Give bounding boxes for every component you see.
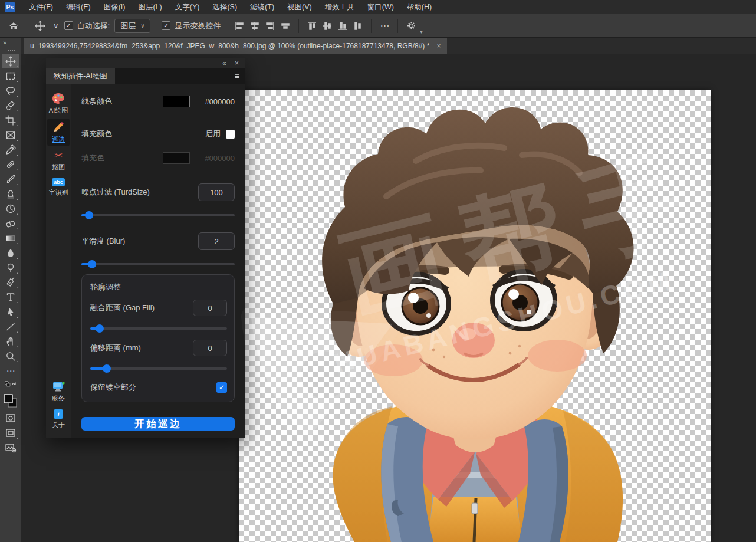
- auto-select-dropdown[interactable]: 图层 ∨: [114, 19, 150, 33]
- menu-image[interactable]: 图像(I): [97, 2, 132, 12]
- enable-label: 启用: [205, 129, 221, 139]
- nav-ocr[interactable]: abc 字识别: [47, 175, 70, 199]
- move-tool-icon[interactable]: [32, 18, 48, 34]
- nav-service[interactable]: 服务: [47, 379, 70, 405]
- workspace-gear-icon[interactable]: [403, 18, 419, 34]
- nav-ai-draw-label: AI绘图: [49, 106, 68, 115]
- tool-eraser[interactable]: [2, 216, 19, 231]
- panel-tab-bar: 秋知插件-AI绘图 ≡: [46, 68, 245, 84]
- show-transform-label: 显示变换控件: [175, 21, 221, 31]
- menu-select[interactable]: 选择(S): [206, 2, 244, 12]
- menu-edit[interactable]: 编辑(E): [60, 2, 97, 12]
- align-left-icon[interactable]: [232, 18, 247, 34]
- tool-blur[interactable]: [2, 245, 19, 260]
- auto-select-checkbox[interactable]: ✓: [64, 21, 73, 30]
- fill-enable-checkbox[interactable]: [226, 130, 235, 139]
- tool-line[interactable]: [2, 319, 19, 334]
- canvas[interactable]: [239, 90, 711, 542]
- menu-file[interactable]: 文件(F): [22, 2, 60, 12]
- nav-cutout[interactable]: ✂ 抠图: [47, 147, 70, 174]
- gap-fill-slider[interactable]: [90, 324, 227, 333]
- expand-toolbar-icon[interactable]: »: [0, 38, 9, 46]
- nav-about[interactable]: i 关于: [47, 406, 70, 432]
- offset-input[interactable]: [193, 340, 227, 356]
- gear-caret: ▾: [420, 29, 422, 37]
- turdsize-slider[interactable]: [81, 211, 235, 213]
- document-close-icon[interactable]: ×: [436, 42, 441, 50]
- tool-rectangular-marquee[interactable]: [2, 68, 19, 83]
- align-top-icon[interactable]: [304, 18, 320, 34]
- tool-zoom[interactable]: [2, 349, 19, 363]
- nav-service-label: 服务: [52, 394, 65, 403]
- quick-mask-icon[interactable]: [2, 410, 19, 425]
- tool-spot-healing[interactable]: [2, 157, 19, 172]
- tool-frame[interactable]: [2, 127, 19, 142]
- gap-fill-slider-thumb[interactable]: [96, 324, 104, 333]
- tool-history-brush[interactable]: [2, 201, 19, 216]
- turdsize-label: 噪点过滤 (TurdSize): [81, 187, 198, 198]
- blur-input[interactable]: [198, 232, 235, 250]
- tool-move[interactable]: [2, 54, 19, 68]
- tool-clone-stamp[interactable]: [2, 186, 19, 201]
- nav-about-label: 关于: [52, 421, 65, 429]
- blur-slider[interactable]: [81, 260, 235, 262]
- plugins-panel-icon[interactable]: [2, 440, 19, 455]
- menu-help[interactable]: 帮助(H): [400, 2, 438, 12]
- monitor-icon: [52, 382, 65, 392]
- document-tab[interactable]: u=1993499246,754298834&fm=253&app=120&f=…: [24, 38, 447, 54]
- fill-color-row: 填充色 #000000: [81, 152, 235, 164]
- tool-crop[interactable]: [2, 113, 19, 127]
- more-options-icon[interactable]: ⋯: [377, 18, 392, 34]
- tool-dodge[interactable]: [2, 260, 19, 275]
- line-color-swatch[interactable]: [163, 96, 190, 107]
- tool-path-select[interactable]: [2, 304, 19, 319]
- align-bottom-icon[interactable]: [335, 18, 350, 34]
- tools-panel: » ⋯: [0, 38, 21, 542]
- align-right-icon[interactable]: [262, 18, 278, 34]
- menu-window[interactable]: 窗口(W): [361, 2, 400, 12]
- plugin-panel: « × 秋知插件-AI绘图 ≡ AI绘图 巡边 ✂ 抠图 abc 字识别: [46, 58, 245, 438]
- screen-mode-icon[interactable]: [2, 425, 19, 440]
- menu-plugins[interactable]: 增效工具: [318, 2, 361, 12]
- panel-controls: « ×: [46, 58, 245, 68]
- align-middle-v-icon[interactable]: [320, 18, 335, 34]
- menu-type[interactable]: 文字(Y): [169, 2, 206, 12]
- gap-fill-input[interactable]: [193, 300, 227, 316]
- plugin-tab[interactable]: 秋知插件-AI绘图: [46, 68, 115, 84]
- tool-more[interactable]: ⋯: [2, 363, 19, 378]
- show-transform-checkbox[interactable]: ✓: [162, 21, 170, 30]
- offset-slider-thumb[interactable]: [103, 364, 111, 373]
- foreground-background-swatches[interactable]: [2, 393, 19, 410]
- menu-filter[interactable]: 滤镜(T): [244, 2, 281, 12]
- align-center-h-icon[interactable]: [247, 18, 262, 34]
- tool-gradient[interactable]: [2, 231, 19, 245]
- tool-quick-selection[interactable]: [2, 98, 19, 113]
- blur-slider-thumb[interactable]: [88, 260, 96, 268]
- start-outline-button[interactable]: 开始巡边: [81, 417, 235, 431]
- distribute-v-icon[interactable]: [350, 18, 366, 34]
- panel-menu-icon[interactable]: ≡: [235, 71, 239, 81]
- tool-preset-chevron[interactable]: ∨: [48, 19, 64, 33]
- panel-close-icon[interactable]: ×: [235, 58, 239, 68]
- turdsize-slider-thumb[interactable]: [85, 211, 93, 219]
- tool-eyedropper[interactable]: [2, 142, 19, 157]
- menu-layer[interactable]: 图层(L): [132, 2, 168, 12]
- tool-brush[interactable]: [2, 172, 19, 186]
- swap-colors-icon[interactable]: [2, 378, 19, 393]
- tool-hand[interactable]: [2, 334, 19, 349]
- distribute-h-icon[interactable]: [278, 18, 293, 34]
- nav-ai-draw[interactable]: AI绘图: [47, 90, 70, 117]
- toolbar-grip[interactable]: [6, 50, 15, 51]
- tool-lasso[interactable]: [2, 83, 19, 98]
- tool-pen[interactable]: [2, 275, 19, 290]
- tool-type[interactable]: [2, 290, 19, 304]
- menu-view[interactable]: 视图(V): [281, 2, 318, 12]
- home-icon[interactable]: [6, 18, 21, 34]
- turdsize-input[interactable]: [198, 183, 235, 201]
- offset-slider[interactable]: [90, 364, 227, 373]
- nav-outline[interactable]: 巡边: [47, 119, 70, 146]
- keep-hollow-checkbox[interactable]: ✓: [216, 382, 227, 393]
- boy-illustration: [239, 90, 711, 542]
- panel-collapse-icon[interactable]: «: [222, 58, 226, 68]
- offset-row: 偏移距离 (mm): [90, 340, 227, 356]
